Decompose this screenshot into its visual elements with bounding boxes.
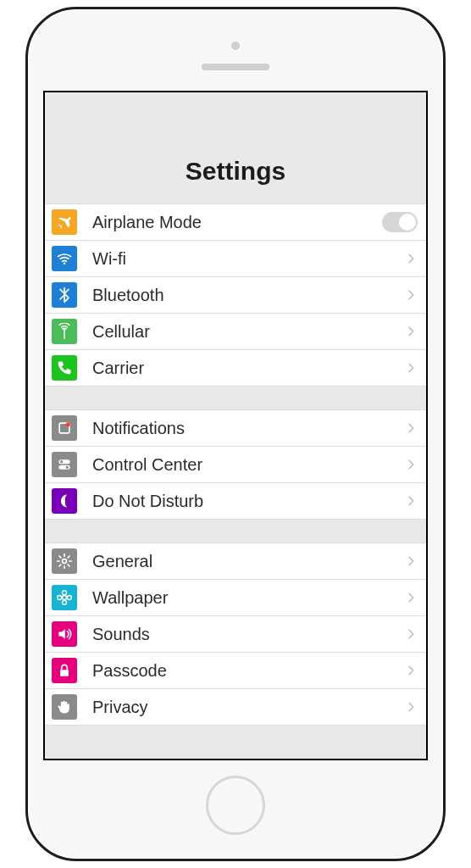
- row-general[interactable]: General: [45, 542, 426, 580]
- svg-point-11: [63, 600, 67, 604]
- page-title: Settings: [186, 157, 285, 186]
- row-label: Passcode: [92, 661, 404, 681]
- row-label: General: [92, 552, 404, 571]
- front-camera: [231, 42, 240, 50]
- row-passcode[interactable]: Passcode: [45, 652, 426, 689]
- switches-icon: [52, 452, 77, 477]
- gear-icon: [52, 548, 77, 574]
- svg-point-7: [66, 466, 69, 469]
- row-privacy[interactable]: Privacy: [45, 688, 426, 726]
- svg-point-0: [64, 263, 66, 265]
- row-label: Bluetooth: [92, 286, 404, 305]
- group-separator: [45, 387, 426, 410]
- chevron-right-icon: [404, 554, 418, 568]
- speaker-icon: [52, 621, 77, 647]
- row-bluetooth[interactable]: Bluetooth: [45, 276, 426, 314]
- hand-icon: [52, 694, 77, 720]
- chevron-right-icon: [404, 421, 418, 435]
- chevron-right-icon: [404, 458, 418, 471]
- airplane-icon: [52, 209, 77, 235]
- row-label: Notifications: [92, 419, 404, 438]
- chevron-right-icon: [404, 700, 418, 714]
- chevron-right-icon: [404, 664, 418, 677]
- row-label: Sounds: [92, 625, 404, 644]
- phone-frame: Settings Airplane ModeWi-fiBluetoothCell…: [25, 7, 446, 861]
- svg-point-13: [67, 596, 71, 600]
- flower-icon: [52, 585, 77, 610]
- wifi-icon: [52, 246, 77, 271]
- lock-icon: [52, 658, 77, 683]
- svg-point-8: [63, 559, 67, 564]
- row-cellular[interactable]: Cellular: [45, 313, 426, 350]
- chevron-right-icon: [404, 288, 418, 302]
- airplane-mode-toggle[interactable]: [382, 212, 418, 232]
- svg-point-3: [66, 422, 70, 426]
- row-wifi[interactable]: Wi-fi: [45, 240, 426, 277]
- row-label: Wi-fi: [92, 249, 404, 269]
- svg-point-10: [63, 591, 67, 595]
- row-notifications[interactable]: Notifications: [45, 409, 426, 447]
- row-label: Do Not Disturb: [92, 492, 404, 511]
- row-label: Airplane Mode: [92, 213, 382, 232]
- row-airplane-mode: Airplane Mode: [45, 203, 426, 241]
- row-do-not-disturb[interactable]: Do Not Disturb: [45, 482, 426, 520]
- chevron-right-icon: [404, 325, 418, 338]
- bluetooth-icon: [52, 282, 77, 308]
- moon-icon: [52, 488, 77, 514]
- chevron-right-icon: [404, 591, 418, 604]
- row-sounds[interactable]: Sounds: [45, 615, 426, 653]
- antenna-icon: [52, 319, 77, 344]
- svg-point-1: [64, 329, 65, 331]
- row-label: Cellular: [92, 322, 404, 342]
- row-carrier[interactable]: Carrier: [45, 349, 426, 387]
- row-label: Carrier: [92, 359, 404, 378]
- row-label: Wallpaper: [92, 588, 404, 608]
- row-label: Privacy: [92, 698, 404, 717]
- chevron-right-icon: [404, 494, 418, 508]
- svg-point-5: [60, 460, 63, 463]
- header: Settings: [45, 92, 426, 204]
- earpiece-speaker: [202, 64, 269, 70]
- phone-icon: [52, 355, 77, 381]
- settings-list: Airplane ModeWi-fiBluetoothCellular Carr…: [45, 203, 426, 726]
- chevron-right-icon: [404, 252, 418, 265]
- row-label: Control Center: [92, 455, 404, 475]
- row-wallpaper[interactable]: Wallpaper: [45, 579, 426, 616]
- svg-point-9: [63, 596, 67, 600]
- group-separator: [45, 520, 426, 543]
- row-control-center[interactable]: Control Center: [45, 446, 426, 483]
- svg-rect-14: [60, 670, 69, 676]
- phone-screen: Settings Airplane ModeWi-fiBluetoothCell…: [43, 91, 428, 760]
- svg-point-12: [58, 596, 62, 600]
- chevron-right-icon: [404, 627, 418, 641]
- notifications-icon: [52, 415, 77, 441]
- chevron-right-icon: [404, 361, 418, 375]
- home-button[interactable]: [206, 776, 265, 835]
- toggle-thumb: [399, 214, 416, 231]
